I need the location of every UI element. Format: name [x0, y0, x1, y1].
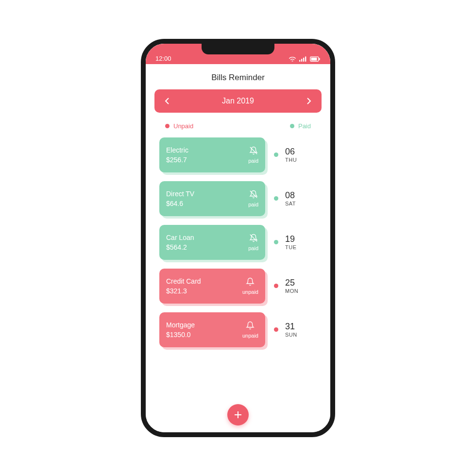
bell-off-icon: [249, 190, 258, 201]
month-label: Jan 2019: [222, 97, 254, 105]
bill-date-meta: 31SUN: [274, 322, 297, 338]
app-screen: 12:00 Bills Reminder Jan 2019 Unpaid: [146, 44, 330, 432]
bill-amount: $1350.0: [166, 331, 195, 339]
bill-name: Mortgage: [166, 321, 195, 329]
add-bill-button[interactable]: [227, 404, 249, 425]
bill-weekday: MON: [285, 288, 298, 294]
page-title: Bills Reminder: [146, 64, 330, 89]
plus-icon: [234, 410, 242, 419]
bill-row: Credit Card$321.3unpaid25MON: [146, 269, 330, 304]
bill-amount: $256.7: [166, 156, 188, 164]
bill-card[interactable]: Electric$256.7paid: [159, 137, 265, 172]
status-dot-icon: [274, 284, 278, 288]
bill-list: Electric$256.7paid06THUDirect TV$64.6pai…: [146, 135, 330, 404]
bill-info: Mortgage$1350.0: [166, 319, 195, 340]
signal-icon: [299, 56, 307, 62]
svg-rect-6: [319, 58, 320, 60]
status-dot-icon: [274, 327, 278, 332]
bill-card[interactable]: Credit Card$321.3unpaid: [159, 269, 265, 304]
bill-date-meta: 08SAT: [274, 191, 296, 206]
status-dot-icon: [274, 153, 278, 157]
status-time: 12:00: [155, 55, 171, 62]
svg-rect-0: [299, 60, 300, 62]
legend-unpaid-label: Unpaid: [173, 122, 193, 130]
bill-status: paid: [248, 144, 258, 166]
bill-name: Car Loan: [166, 234, 194, 241]
bell-off-icon: [249, 234, 258, 244]
bill-date: 25MON: [285, 278, 298, 294]
bill-card[interactable]: Direct TV$64.6paid: [159, 181, 265, 216]
bill-status-label: paid: [248, 245, 258, 251]
battery-icon: [310, 56, 321, 62]
bell-off-icon: [249, 146, 258, 157]
bill-status: paid: [248, 232, 258, 253]
bill-info: Electric$256.7: [166, 144, 188, 166]
bill-status-label: unpaid: [242, 289, 258, 295]
bill-amount: $564.2: [166, 243, 194, 251]
svg-rect-5: [311, 58, 317, 61]
bill-weekday: THU: [285, 157, 297, 163]
svg-rect-2: [303, 58, 304, 62]
bill-name: Electric: [166, 146, 188, 154]
bill-status: paid: [248, 188, 258, 209]
bill-row: Mortgage$1350.0unpaid31SUN: [146, 312, 330, 347]
svg-rect-3: [305, 56, 306, 61]
bill-amount: $321.3: [166, 287, 201, 295]
status-dot-icon: [274, 196, 278, 201]
legend-paid: Paid: [290, 122, 311, 130]
bell-on-icon: [246, 321, 255, 332]
chevron-right-icon: [306, 97, 311, 105]
bill-name: Direct TV: [166, 190, 194, 198]
bill-name: Credit Card: [166, 277, 201, 285]
bill-day: 25: [285, 278, 295, 288]
dot-icon: [165, 124, 170, 128]
bill-weekday: SUN: [285, 332, 297, 338]
bill-info: Credit Card$321.3: [166, 275, 201, 297]
dot-icon: [290, 124, 294, 128]
status-icons: [289, 56, 321, 62]
bill-date: 31SUN: [285, 322, 297, 338]
bill-date-meta: 25MON: [274, 278, 298, 294]
prev-month-button[interactable]: [162, 97, 172, 105]
bill-date: 19TUE: [285, 235, 297, 250]
bill-day: 19: [285, 235, 295, 244]
bill-status-label: paid: [248, 202, 258, 207]
bill-row: Car Loan$564.2paid19TUE: [146, 225, 330, 260]
bill-date-meta: 06THU: [274, 147, 297, 163]
bill-date: 08SAT: [285, 191, 296, 206]
next-month-button[interactable]: [304, 97, 314, 105]
wifi-icon: [289, 56, 296, 62]
bill-status-label: unpaid: [242, 333, 258, 339]
bill-status: unpaid: [242, 275, 258, 297]
bill-day: 31: [285, 322, 295, 332]
bill-info: Car Loan$564.2: [166, 232, 194, 253]
legend: Unpaid Paid: [146, 113, 330, 135]
bill-weekday: SAT: [285, 201, 296, 206]
bill-status: unpaid: [242, 319, 258, 340]
bill-card[interactable]: Mortgage$1350.0unpaid: [159, 312, 265, 347]
svg-rect-1: [301, 59, 302, 62]
phone-notch: [202, 44, 274, 54]
month-picker: Jan 2019: [154, 89, 322, 113]
bill-day: 08: [285, 191, 295, 201]
bell-on-icon: [246, 277, 255, 288]
status-dot-icon: [274, 240, 278, 244]
bill-date-meta: 19TUE: [274, 235, 297, 250]
bill-row: Direct TV$64.6paid08SAT: [146, 181, 330, 216]
bill-amount: $64.6: [166, 200, 194, 207]
bill-row: Electric$256.7paid06THU: [146, 137, 330, 172]
legend-paid-label: Paid: [298, 122, 311, 130]
chevron-left-icon: [165, 97, 170, 105]
bill-status-label: paid: [248, 158, 258, 164]
bill-info: Direct TV$64.6: [166, 188, 194, 209]
bill-card[interactable]: Car Loan$564.2paid: [159, 225, 265, 260]
bill-day: 06: [285, 147, 295, 157]
phone-frame: 12:00 Bills Reminder Jan 2019 Unpaid: [141, 39, 335, 437]
legend-unpaid: Unpaid: [165, 122, 193, 130]
bill-date: 06THU: [285, 147, 297, 163]
fab-zone: [146, 404, 330, 432]
bill-weekday: TUE: [285, 244, 297, 250]
